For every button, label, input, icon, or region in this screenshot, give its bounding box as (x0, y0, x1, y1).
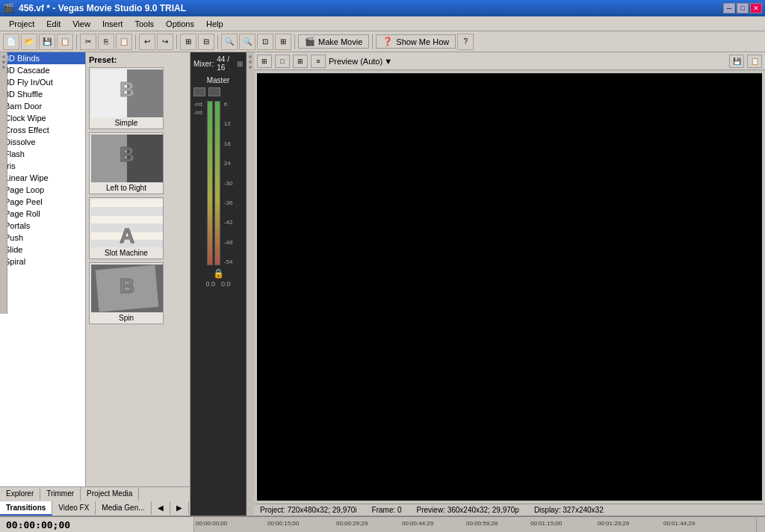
preview-btn-4[interactable]: ≡ (311, 55, 326, 68)
preview-btn-2[interactable]: □ (275, 55, 290, 68)
svg-text:B: B (120, 143, 134, 166)
transition-item-linearwipe[interactable]: Linear Wipe (0, 172, 85, 184)
open-button[interactable]: 📂 (21, 34, 37, 50)
grip-dot (2, 55, 5, 58)
show-me-how-button[interactable]: ❓ Show Me How (376, 34, 456, 49)
trim-button[interactable]: ⊟ (198, 34, 214, 50)
preview-copy-btn[interactable]: 📋 (747, 55, 762, 68)
menu-edit[interactable]: Edit (40, 19, 66, 29)
preset-ltr[interactable]: B Left to Right (89, 132, 164, 194)
menu-insert[interactable]: Insert (96, 19, 129, 29)
mixer-btn-1[interactable] (193, 87, 205, 96)
fit-button[interactable]: ⊡ (257, 34, 273, 50)
tab-transitions[interactable]: Transitions (0, 501, 52, 516)
tab-media-gen[interactable]: Media Gen... (96, 501, 151, 516)
window-title: 456.vf * - Vegas Movie Studio 9.0 TRIAL (19, 3, 186, 13)
paste-button[interactable]: 📋 (116, 34, 132, 50)
transition-item-slide[interactable]: Slide (0, 244, 85, 256)
scale-54: -54 (224, 259, 233, 265)
toolbar-sep-4 (217, 34, 218, 49)
new-button[interactable]: 📄 (3, 34, 19, 50)
preset-svg-spin: B (91, 265, 163, 312)
display-info: Display: 327x240x32 (534, 506, 604, 514)
fader-track-left[interactable] (207, 101, 213, 265)
bottom-tabs: Explorer Trimmer Project Media Transitio… (0, 486, 190, 516)
preset-label-simple: Simple (91, 119, 161, 127)
preset-simple[interactable]: B Simple (89, 67, 164, 129)
menu-view[interactable]: View (66, 19, 96, 29)
preset-label-ltr: Left to Right (91, 184, 161, 192)
preview-mode-btn[interactable]: Preview (Auto) ▼ (329, 57, 720, 66)
transition-item-portals[interactable]: Portals (0, 220, 85, 232)
preset-spin[interactable]: B Spin (89, 262, 164, 324)
menu-help[interactable]: Help (200, 19, 229, 29)
preset-label-spin: Spin (91, 314, 161, 322)
title-bar-left: 🎬 456.vf * - Vegas Movie Studio 9.0 TRIA… (3, 3, 186, 13)
mixer-expand-btn[interactable]: ⊞ (237, 60, 243, 68)
mixer-btn-2[interactable] (208, 87, 220, 96)
transition-item-crosseffect[interactable]: Cross Effect (0, 124, 85, 136)
preview-info: Project: 720x480x32; 29,970i Frame: 0 Pr… (254, 504, 765, 516)
snap-button[interactable]: ⊞ (275, 34, 291, 50)
mixer-lock-icon[interactable]: 🔒 (193, 268, 243, 279)
scale-24: 24 (224, 160, 233, 167)
save-as-button[interactable]: 📋 (57, 34, 73, 50)
tab-arrow-right[interactable]: ▶ (170, 501, 189, 516)
title-bar-buttons: ─ □ ✕ (723, 3, 762, 13)
transition-item-pagepeel[interactable]: Page Peel (0, 196, 85, 208)
preview-btn-grid[interactable]: ⊞ (293, 55, 308, 68)
zoom-in-button[interactable]: 🔍 (221, 34, 238, 50)
transition-item-clockwipe[interactable]: Clock Wipe (0, 112, 85, 124)
transition-item-spiral[interactable]: Spiral (0, 256, 85, 267)
preview-btn-1[interactable]: ⊞ (257, 55, 272, 68)
left-grip-strip (0, 52, 7, 314)
zoom-out-button[interactable]: 🔍 (239, 34, 255, 50)
transition-item-3dshuffle[interactable]: 3D Shuffle (0, 88, 85, 100)
transition-item-pageloop[interactable]: Page Loop (0, 184, 85, 196)
preset-slot[interactable]: A Slot Machine (89, 197, 164, 259)
project-info: Project: 720x480x32; 29,970i (260, 506, 357, 514)
redo-button[interactable]: ↪ (157, 34, 173, 50)
transition-item-dissolve[interactable]: Dissolve (0, 136, 85, 148)
tab-project-media[interactable]: Project Media (81, 487, 139, 501)
close-button[interactable]: ✕ (750, 3, 762, 13)
transition-item-iris[interactable]: Iris (0, 160, 85, 172)
grip-dot (249, 61, 252, 64)
menu-tools[interactable]: Tools (128, 19, 160, 29)
maximize-button[interactable]: □ (737, 3, 749, 13)
preset-svg-simple: B (91, 69, 163, 117)
transition-item-push[interactable]: Push (0, 232, 85, 244)
select-button[interactable]: ⊞ (180, 34, 196, 50)
menu-project[interactable]: Project (3, 19, 40, 29)
save-button[interactable]: 💾 (39, 34, 55, 50)
help-button[interactable]: ? (457, 34, 474, 50)
tab-video-fx[interactable]: Video FX (52, 501, 96, 516)
transition-item-3dcascade[interactable]: 3D Cascade (0, 64, 85, 76)
tab-trimmer[interactable]: Trimmer (40, 487, 81, 501)
transition-item-3dblinds[interactable]: 3D Blinds (0, 52, 85, 64)
transition-item-barndoor[interactable]: Barn Door (0, 100, 85, 112)
preview-save-btn[interactable]: 💾 (729, 55, 744, 68)
transition-list[interactable]: 3D Blinds 3D Cascade 3D Fly In/Out 3D Sh… (0, 52, 86, 486)
fader-track-right[interactable] (214, 101, 220, 265)
copy-button[interactable]: ⎘ (98, 34, 114, 50)
preview-label: Preview (Auto) ▼ (329, 57, 726, 66)
timeline-ruler[interactable]: 00:00:00;00 00:00:15;00 00:00:29;29 00:0… (194, 517, 756, 533)
cut-button[interactable]: ✂ (80, 34, 96, 50)
tab-arrow-left[interactable]: ◀ (152, 501, 170, 516)
scale-6: 6 (224, 101, 233, 108)
minimize-button[interactable]: ─ (723, 3, 735, 13)
transition-item-pageroll[interactable]: Page Roll (0, 208, 85, 220)
transition-item-flash[interactable]: Flash (0, 148, 85, 160)
fader-label-inf2: -Inf. (193, 109, 204, 116)
ruler-mark-1: 00:00:15;00 (267, 520, 299, 527)
undo-button[interactable]: ↩ (139, 34, 155, 50)
menu-options[interactable]: Options (160, 19, 200, 29)
transition-item-3dflyinout[interactable]: 3D Fly In/Out (0, 76, 85, 88)
tab-explorer[interactable]: Explorer (0, 487, 40, 501)
chevron-down-icon: ▼ (384, 57, 392, 66)
master-label: Master (193, 76, 243, 84)
make-movie-button[interactable]: 🎬 Make Movie (298, 34, 369, 49)
mixer-bottom-values: 0.0 0.0 (193, 280, 243, 288)
preview-panel: ⊞ □ ⊞ ≡ Preview (Auto) ▼ 💾 📋 Project: 72… (254, 52, 765, 516)
